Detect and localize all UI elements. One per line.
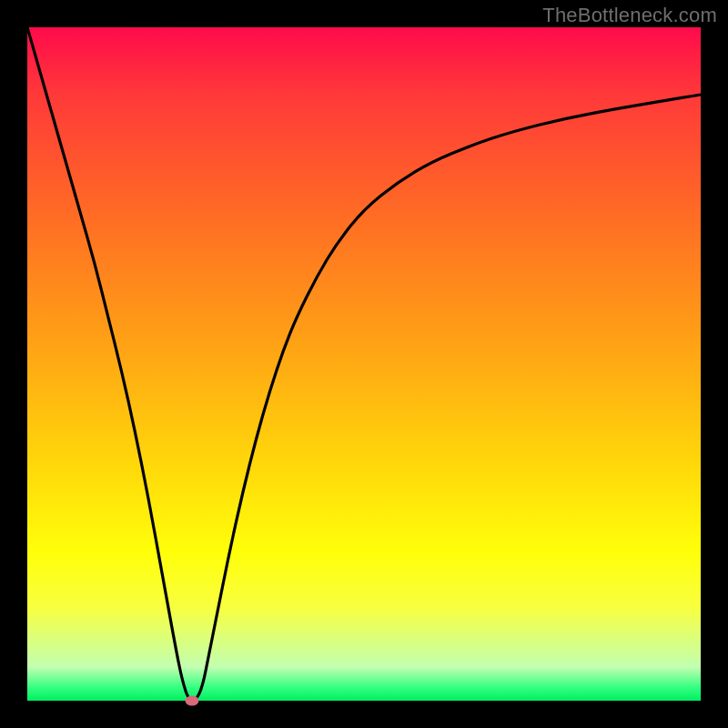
plot-area [27, 27, 701, 701]
chart-container: TheBottleneck.com [0, 0, 728, 728]
minimum-marker [186, 696, 199, 706]
watermark-text: TheBottleneck.com [542, 4, 717, 27]
bottleneck-curve [27, 27, 701, 701]
